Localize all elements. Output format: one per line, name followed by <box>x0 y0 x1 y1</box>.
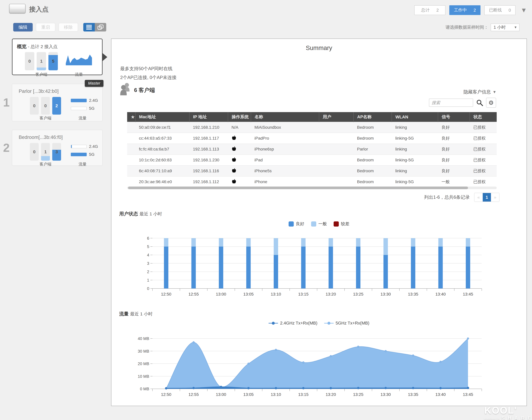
overview-card[interactable]: 概览- 总计 2 接入点 015 客户端 流量 <box>12 39 103 75</box>
remove-button[interactable]: 移除 <box>59 23 78 31</box>
table-row[interactable]: 20:3c:ae:96:46:e0192.168.1.112iPhoneBedr… <box>127 176 497 187</box>
ap-management-page: 接入点 总计2工作中2已断线0▼ 编辑 重启 移除 <box>0 0 532 420</box>
client-bar-value: 1 <box>41 149 50 154</box>
h-scrollbar[interactable] <box>127 187 497 189</box>
legend-item-5GHz Tx+Rx(MB)[interactable]: 5GHz Tx+Rx(MB) <box>324 321 369 326</box>
legend-swatch <box>289 221 294 226</box>
svg-text:13:00: 13:00 <box>216 392 226 397</box>
table-row[interactable]: fc:fc:48:ca:6a:b7192.168.1.113iPhone6spP… <box>127 144 497 155</box>
legend-marker-icon <box>324 321 334 325</box>
dropdown-triangle-icon[interactable]: ▼ <box>520 7 527 13</box>
column-header-名称[interactable]: 名称 <box>251 112 319 122</box>
settings-button[interactable]: ⚙ <box>486 98 496 108</box>
client-bar: 1 <box>37 52 46 70</box>
legend-item-2.4GHz Tx+Rx(MB)[interactable]: 2.4GHz Tx+Rx(MB) <box>269 321 317 326</box>
client-bar: 5 <box>48 52 58 70</box>
column-header-IP 地址[interactable]: IP 地址 <box>189 112 228 122</box>
legend-item-一般[interactable]: 一般 <box>311 221 327 227</box>
mac-cell: 20:3c:ae:96:46:e0 <box>135 176 189 187</box>
column-header-状态[interactable]: 状态 <box>470 112 497 122</box>
filter-label: 已断线 <box>489 7 502 13</box>
filter-count: 2 <box>436 8 439 13</box>
ap-cell: Bedroom <box>353 122 392 133</box>
signal-cell: 良好 <box>438 133 470 144</box>
user-status-chart: 012345612:5012:5513:0013:0513:1013:1513:… <box>133 230 486 299</box>
client-bar-fill <box>37 68 46 70</box>
user-cell <box>319 176 353 187</box>
ip-cell: 192.168.1.112 <box>189 176 228 187</box>
legend-item-较差[interactable]: 较差 <box>334 221 349 227</box>
restart-button[interactable]: 重启 <box>36 23 55 31</box>
star-cell[interactable] <box>127 122 135 133</box>
table-row[interactable]: 10:1c:0c:2d:60:83192.168.1.230iPadBedroo… <box>127 155 497 165</box>
table-row[interactable]: cc:44:63:a5:67:33192.168.1.117iPadProBed… <box>127 133 497 144</box>
table-row[interactable]: 50:a0:09:de:ce:f1192.168.1.210N/AMiAiSou… <box>127 122 497 133</box>
legend-label: 良好 <box>296 221 304 227</box>
hide-client-info[interactable]: 隐藏客户信息▼ <box>463 89 496 95</box>
clients-mini-label: 客户端 <box>30 162 61 167</box>
star-column-header[interactable]: ★ <box>127 112 135 122</box>
edit-button[interactable]: 编辑 <box>13 23 33 31</box>
os-apple-icon <box>231 157 237 163</box>
ap-device-icon <box>9 4 26 13</box>
ap-cell: Bedroom <box>353 155 392 165</box>
client-bar-value: 0 <box>30 149 39 154</box>
pager-prev[interactable]: « <box>474 193 483 202</box>
user-cell <box>319 144 353 155</box>
legend-swatch <box>334 221 339 226</box>
filter-offline-button[interactable]: 已断线0 <box>484 5 516 15</box>
column-header-信号[interactable]: 信号 <box>438 112 470 122</box>
collapse-triangle-icon: ▼ <box>493 90 496 94</box>
band-label: 5G <box>89 152 94 157</box>
client-bar: 0 <box>30 143 39 161</box>
star-cell[interactable] <box>127 155 135 165</box>
star-cell[interactable] <box>127 133 135 144</box>
list-view-toggle[interactable] <box>83 23 95 31</box>
status-legend: 良好一般较差 <box>111 221 527 227</box>
logo-sub-text: koolshare.cn <box>484 417 499 420</box>
mac-cell: cc:44:63:a5:67:33 <box>135 133 189 144</box>
clients-row: 6 客户端 <box>120 82 155 95</box>
h-scrollbar-thumb[interactable] <box>128 187 468 189</box>
column-header-WLAN[interactable]: WLAN <box>392 112 438 122</box>
band-bar-fill <box>71 107 87 110</box>
star-cell[interactable] <box>127 176 135 187</box>
svg-text:4: 4 <box>147 253 149 257</box>
os-cell <box>228 133 251 144</box>
ap-card-1[interactable]: 1MasterParlor [...3b:42:b0]002客户端2.4G5G流… <box>12 84 103 121</box>
connected-line: 2个AP已连接, 0个AP未连接 <box>120 75 176 81</box>
legend-label: 2.4GHz Tx+Rx(MB) <box>280 321 317 326</box>
status-cell: 已授权 <box>470 176 497 187</box>
table-row[interactable]: 6c:40:08:71:10:a9192.168.1.116iPhone5sBe… <box>127 165 497 176</box>
filter-working-button[interactable]: 工作中2 <box>449 5 481 15</box>
pager-page-1[interactable]: 1 <box>483 193 491 202</box>
legend-item-良好[interactable]: 良好 <box>289 221 304 227</box>
svg-text:13:20: 13:20 <box>326 292 336 296</box>
svg-text:0: 0 <box>147 286 149 291</box>
column-header-操作系统[interactable]: 操作系统 <box>228 112 251 122</box>
search-icon[interactable] <box>476 99 483 106</box>
star-cell[interactable] <box>127 144 135 155</box>
filter-total-button[interactable]: 总计2 <box>414 5 445 15</box>
star-icon: ★ <box>131 114 135 120</box>
sampling-select[interactable]: 1 小时 ▼ <box>491 24 519 31</box>
signal-cell: 良好 <box>438 155 470 165</box>
pager-next[interactable]: » <box>491 193 499 202</box>
column-header-Mac地址[interactable]: Mac地址 <box>135 112 189 122</box>
gear-icon: ⚙ <box>488 99 494 106</box>
star-cell[interactable] <box>127 165 135 176</box>
wlan-cell: linking-5G <box>392 155 438 165</box>
search-row: ⚙ <box>429 98 496 108</box>
ap-cell: Bedroom <box>353 176 392 187</box>
ap-card-2[interactable]: 2Bedroom[...3b:46:f0]013客户端2.4G5G流量 <box>12 130 103 166</box>
search-input[interactable] <box>429 99 473 107</box>
band-partial-fill <box>71 145 72 148</box>
column-header-用户[interactable]: 用户 <box>319 112 353 122</box>
band-bar-2.4G: 2.4G <box>71 144 98 149</box>
column-header-AP名称[interactable]: AP名称 <box>353 112 392 122</box>
client-bar-value: 1 <box>37 59 46 64</box>
pager: « 1 » <box>474 193 500 202</box>
card-view-toggle[interactable] <box>95 23 106 31</box>
client-bar: 0 <box>41 97 50 115</box>
svg-text:13:20: 13:20 <box>326 392 336 397</box>
